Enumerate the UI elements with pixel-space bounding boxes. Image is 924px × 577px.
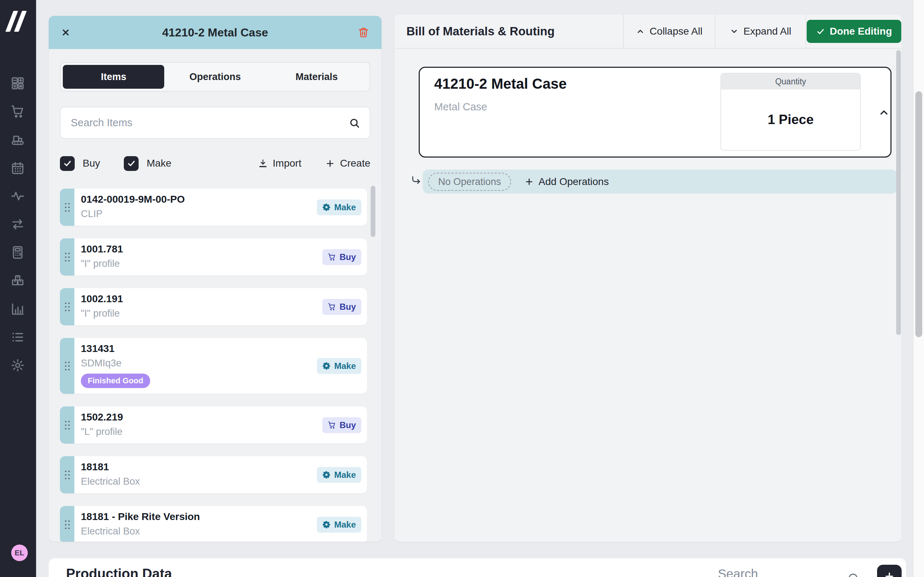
production-search-input[interactable] (717, 566, 869, 577)
collapse-all-button[interactable]: Collapse All (623, 15, 715, 48)
add-production-data-button[interactable] (877, 565, 901, 577)
item-editor-header: 41210-2 Metal Case (49, 16, 381, 49)
bom-panel-scrollbar[interactable] (896, 50, 901, 335)
user-avatar[interactable]: EL (11, 545, 28, 561)
filter-label: Buy (82, 158, 100, 169)
gear-icon (322, 521, 331, 529)
checkbox-checked-icon (124, 156, 139, 171)
plus-icon (884, 571, 895, 577)
item-editor-title: 41210-2 Metal Case (49, 26, 381, 39)
operations-row: No Operations Add Operations (423, 169, 897, 193)
bom-title: Bill of Materials & Routing (394, 15, 623, 48)
list-item[interactable]: 18181Electrical BoxMake (60, 456, 367, 493)
list-item[interactable]: 1002.191"I" profileBuy (60, 288, 367, 325)
search-items-input[interactable] (70, 116, 349, 129)
close-icon[interactable] (61, 28, 70, 37)
filter-buy-checkbox[interactable]: Buy (60, 156, 100, 171)
drag-handle[interactable] (60, 406, 74, 443)
search-items-box[interactable] (60, 107, 370, 139)
bom-root-name: 41210-2 Metal Case (434, 76, 567, 92)
item-body: 18181 - Pike Rite VersionElectrical Box (74, 506, 317, 542)
tab-items[interactable]: Items (63, 65, 164, 89)
item-description: Electrical Box (81, 476, 317, 487)
bar-chart-icon[interactable] (10, 302, 25, 316)
no-operations-pill: No Operations (428, 173, 511, 191)
badge-label: Buy (340, 252, 356, 262)
calculator-icon[interactable] (10, 245, 25, 259)
item-body: 0142-00019-9M-00-POCLIP (74, 189, 317, 226)
done-editing-button[interactable]: Done Editing (807, 20, 901, 43)
inventory-boxes-icon[interactable] (10, 273, 25, 288)
checkbox-checked-icon (60, 156, 75, 171)
chevron-up-icon (636, 27, 645, 36)
tab-materials[interactable]: Materials (266, 65, 367, 89)
list-item[interactable]: 1502.219"L" profileBuy (60, 406, 367, 443)
item-body: 1001.781"I" profile (74, 239, 322, 276)
app-logo-icon[interactable] (10, 11, 23, 32)
trash-icon[interactable] (358, 27, 369, 38)
item-editor-panel: 41210-2 Metal Case ItemsOperationsMateri… (49, 16, 381, 542)
create-button[interactable]: Create (325, 158, 370, 169)
list-item[interactable]: 131431SDMIq3eFinished GoodMake (60, 338, 367, 394)
import-button[interactable]: Import (258, 158, 301, 169)
filter-make-checkbox[interactable]: Make (124, 156, 171, 171)
math-operations-icon[interactable] (10, 76, 25, 90)
check-icon (816, 27, 825, 36)
page-scrollbar-thumb[interactable] (915, 91, 922, 337)
bom-root-node[interactable]: 41210-2 Metal Case Metal Case Quantity 1… (419, 67, 892, 158)
settings-icon[interactable] (10, 358, 25, 372)
badge-label: Buy (340, 420, 356, 430)
drag-handle[interactable] (60, 239, 74, 276)
badge-label: Make (334, 470, 356, 480)
item-name: 1002.191 (81, 293, 322, 305)
list-icon[interactable] (10, 330, 25, 344)
collapse-node-chevron-icon[interactable] (878, 107, 890, 118)
item-name: 1001.781 (81, 243, 322, 255)
shopping-cart-icon[interactable] (10, 104, 25, 119)
plus-icon (525, 177, 534, 187)
item-name: 1502.219 (81, 411, 322, 423)
list-item[interactable]: 1001.781"I" profileBuy (60, 239, 367, 276)
item-description: SDMIq3e (81, 358, 317, 369)
item-body: 1002.191"I" profile (74, 288, 322, 325)
item-description: "L" profile (81, 426, 322, 437)
item-body: 131431SDMIq3eFinished Good (74, 338, 317, 394)
drag-handle[interactable] (60, 456, 74, 493)
buy-badge: Buy (322, 249, 361, 265)
drag-handle[interactable] (60, 506, 74, 542)
list-item[interactable]: 0142-00019-9M-00-POCLIPMake (60, 189, 367, 226)
done-editing-cell: Done Editing (806, 15, 901, 48)
item-description: "I" profile (81, 308, 322, 319)
make-badge: Make (317, 467, 361, 483)
production-line-icon[interactable] (10, 132, 25, 147)
chevron-down-icon (730, 27, 738, 36)
drag-handle[interactable] (60, 338, 74, 394)
badge-label: Buy (340, 302, 356, 312)
item-description: CLIP (81, 208, 317, 220)
quantity-stepper[interactable]: Quantity 1 Piece (720, 73, 861, 151)
item-body: 18181Electrical Box (74, 456, 317, 493)
search-icon (349, 117, 360, 129)
items-list-scrollbar[interactable] (371, 186, 375, 237)
production-data-card: Production Data (49, 558, 906, 577)
expand-all-button[interactable]: Expand All (715, 15, 806, 48)
list-item[interactable]: 18181 - Pike Rite VersionElectrical BoxM… (60, 506, 367, 542)
plus-icon (325, 159, 335, 168)
cart-icon (328, 253, 336, 261)
grip-dots-icon (65, 253, 69, 261)
gear-icon (322, 471, 331, 479)
corner-down-right-icon (410, 175, 422, 187)
item-body: 1502.219"L" profile (74, 406, 322, 443)
drag-handle[interactable] (60, 189, 74, 226)
drag-handle[interactable] (60, 288, 74, 325)
calendar-icon[interactable] (10, 161, 25, 175)
tab-operations[interactable]: Operations (164, 65, 266, 89)
badge-label: Make (334, 202, 356, 213)
filter-row: BuyMake Import Create (60, 154, 370, 172)
make-badge: Make (317, 358, 361, 374)
activity-icon[interactable] (10, 189, 25, 203)
item-description: "I" profile (81, 258, 322, 269)
transfers-icon[interactable] (10, 217, 25, 232)
items-list: 0142-00019-9M-00-POCLIPMake1001.781"I" p… (60, 189, 367, 542)
add-operations-button[interactable]: Add Operations (522, 176, 611, 188)
